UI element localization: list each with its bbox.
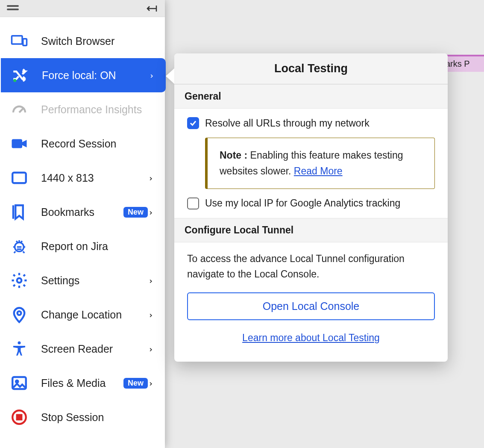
check-icon [189,119,197,127]
chevron-right-icon [149,69,155,82]
section-tunnel-heading: Configure Local Tunnel [174,218,448,242]
sidebar-item-label: Bookmarks [41,206,118,218]
gauge-icon [10,100,28,118]
svg-rect-0 [12,36,23,44]
svg-point-8 [18,342,21,345]
new-badge: New [123,378,148,389]
chevron-right-icon [148,343,155,355]
sidebar-item-performance-insights: Performance Insights [0,92,165,127]
chevron-right-icon [148,377,155,389]
devices-icon [10,32,28,50]
svg-rect-3 [12,139,23,148]
sidebar-item-label: Force local: ON [42,69,149,82]
svg-rect-12 [17,415,22,420]
note-prefix: Note : [220,150,247,161]
tunnel-description: To access the advance Local Tunnel confi… [187,251,435,283]
sidebar-item-change-location[interactable]: Change Location [0,298,165,332]
sidebar-panel: Switch BrowserForce local: ONPerformance… [0,0,165,448]
chevron-right-icon [148,309,155,321]
bug-icon [10,237,28,255]
bookmark-icon [10,203,28,221]
section-tunnel-body: To access the advance Local Tunnel confi… [174,242,448,362]
sidebar-item-label: Switch Browser [41,35,155,47]
chevron-right-icon [148,206,155,218]
pin-icon [10,306,28,324]
sidebar-item-force-local-on[interactable]: Force local: ON [1,58,166,92]
collapse-icon[interactable] [146,4,158,13]
sidebar-item-screen-reader[interactable]: Screen Reader [0,332,165,366]
sidebar-item-label: Change Location [41,309,148,321]
ga-ip-label: Use my local IP for Google Analytics tra… [205,197,400,209]
read-more-link[interactable]: Read More [294,165,343,177]
sidebar-item-label: Report on Jira [41,240,155,253]
image-icon [10,374,28,392]
accessibility-icon [10,340,28,358]
sidebar-item-label: 1440 x 813 [41,172,148,184]
sidebar-item-label: Performance Insights [41,103,155,116]
svg-rect-4 [12,173,26,183]
flyout-arrow [166,68,174,84]
svg-point-2 [13,79,16,82]
sidebar-item-settings[interactable]: Settings [0,263,165,298]
sidebar-item-label: Stop Session [41,411,155,424]
sidebar-item-label: Settings [41,274,148,287]
ga-ip-row[interactable]: Use my local IP for Google Analytics tra… [187,197,435,209]
sidebar-item-files-media[interactable]: Files & MediaNew [0,366,165,400]
section-general-heading: General [174,84,448,109]
sidebar-item-switch-browser[interactable]: Switch Browser [0,24,165,58]
svg-point-6 [17,278,22,283]
new-badge: New [123,207,148,218]
svg-rect-1 [23,39,27,46]
sidebar-item-stop-session[interactable]: Stop Session [0,400,165,434]
gear-icon [10,271,28,289]
chevron-right-icon [148,172,155,184]
note-box: Note : Enabling this feature makes testi… [205,138,435,189]
section-general-body: Resolve all URLs through my network Note… [174,109,448,218]
shuffle-icon [11,66,29,84]
open-local-console-button[interactable]: Open Local Console [187,292,435,320]
background-tab-fragment: arks P [441,55,484,72]
learn-more-link[interactable]: Learn more about Local Testing [187,332,435,353]
stop-icon [10,408,28,426]
sidebar-item-label: Files & Media [41,377,118,389]
sidebar-topbar [0,0,165,17]
sidebar-item-report-on-jira[interactable]: Report on Jira [0,229,165,263]
sidebar-item-bookmarks[interactable]: BookmarksNew [0,195,165,229]
sidebar-item-record-session[interactable]: Record Session [0,127,165,161]
resolve-urls-checkbox[interactable] [187,117,199,129]
flyout-title: Local Testing [174,53,448,84]
aspect-icon [10,169,28,187]
sidebar-list: Switch BrowserForce local: ONPerformance… [0,17,165,434]
video-icon [10,135,28,153]
sidebar-item-label: Record Session [41,138,155,150]
svg-point-10 [16,380,18,383]
sidebar-item-label: Screen Reader [41,343,148,355]
resolve-urls-row[interactable]: Resolve all URLs through my network [187,117,435,129]
chevron-right-icon [148,274,155,287]
resolve-urls-label: Resolve all URLs through my network [205,118,370,129]
ga-ip-checkbox[interactable] [187,197,199,209]
local-testing-flyout: Local Testing General Resolve all URLs t… [174,53,448,362]
svg-point-7 [18,311,21,315]
sidebar-item-1440-x-813[interactable]: 1440 x 813 [0,161,165,195]
hamburger-icon[interactable] [7,5,19,12]
